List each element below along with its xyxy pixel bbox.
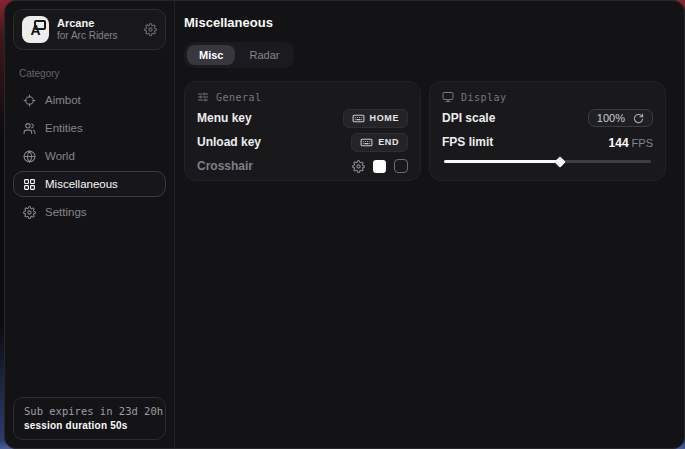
sidebar-spacer <box>13 227 166 397</box>
fps-limit-value-group: 144FPS <box>609 133 653 151</box>
users-icon <box>23 122 36 135</box>
unload-key-row: Unload key END <box>197 133 408 151</box>
unload-key-label: Unload key <box>197 135 261 149</box>
dpi-scale-row: DPI scale 100% <box>442 109 653 127</box>
gear-icon <box>23 206 36 219</box>
keyboard-icon <box>360 136 373 149</box>
general-card: General Menu key HOME Unload key <box>184 81 421 181</box>
session-duration-text: session duration 50s <box>24 420 155 431</box>
app-logo: A <box>22 16 49 43</box>
fps-limit-row: FPS limit 144FPS <box>442 133 653 151</box>
sidebar-item-aimbot[interactable]: Aimbot <box>13 87 166 113</box>
tab-radar[interactable]: Radar <box>237 45 291 65</box>
display-card-title: Display <box>461 92 507 103</box>
logo-letter: A <box>30 22 40 38</box>
unload-key-button[interactable]: END <box>351 133 408 152</box>
fps-limit-unit: FPS <box>632 137 653 149</box>
crosshair-settings-gear-icon[interactable] <box>352 160 365 173</box>
display-card: Display DPI scale 100% FPS limit 144FPS <box>429 81 666 181</box>
tab-misc[interactable]: Misc <box>187 45 235 65</box>
sidebar-item-entities[interactable]: Entities <box>13 115 166 141</box>
app-title: Arcane <box>57 17 136 30</box>
dpi-scale-control[interactable]: 100% <box>588 109 653 127</box>
cards-row: General Menu key HOME Unload key <box>184 81 669 181</box>
fps-slider-fill <box>444 160 560 163</box>
sidebar-item-miscellaneous[interactable]: Miscellaneous <box>13 171 166 197</box>
sidebar-item-label: World <box>45 150 75 162</box>
page-title: Miscellaneous <box>184 15 669 30</box>
sidebar: A Arcane for Arc Riders Category Aimbot … <box>5 1 175 448</box>
subscription-card: Sub expires in 23d 20h session duration … <box>13 397 166 440</box>
crosshair-row: Crosshair <box>197 157 408 175</box>
sliders-icon <box>197 91 209 103</box>
dpi-scale-label: DPI scale <box>442 111 495 125</box>
tab-bar: Misc Radar <box>184 42 294 68</box>
general-card-title: General <box>216 92 262 103</box>
menu-key-label: Menu key <box>197 111 252 125</box>
main-content: Miscellaneous Misc Radar General Menu ke… <box>175 1 684 448</box>
crosshair-controls <box>352 159 408 173</box>
crosshair-label: Crosshair <box>197 159 253 173</box>
sidebar-item-label: Aimbot <box>45 94 81 106</box>
profile-text: Arcane for Arc Riders <box>57 17 136 42</box>
dpi-scale-value: 100% <box>597 112 625 124</box>
general-card-header: General <box>197 91 408 103</box>
profile-card[interactable]: A Arcane for Arc Riders <box>13 9 166 50</box>
sidebar-item-label: Settings <box>45 206 87 218</box>
reset-icon[interactable] <box>633 113 644 124</box>
menu-key-button[interactable]: HOME <box>343 109 408 128</box>
category-label: Category <box>19 68 160 79</box>
keyboard-icon <box>352 112 365 125</box>
grid-icon <box>23 178 36 191</box>
sidebar-item-settings[interactable]: Settings <box>13 199 166 225</box>
crosshair-checkbox[interactable] <box>394 159 408 173</box>
sub-expiry-text: Sub expires in 23d 20h <box>24 405 155 417</box>
unload-key-value: END <box>378 137 399 147</box>
fps-limit-label: FPS limit <box>442 135 493 149</box>
menu-key-row: Menu key HOME <box>197 109 408 127</box>
app-window: A Arcane for Arc Riders Category Aimbot … <box>4 0 685 449</box>
fps-limit-value: 144 <box>609 136 629 150</box>
app-subtitle: for Arc Riders <box>57 30 136 42</box>
sidebar-item-label: Entities <box>45 122 83 134</box>
crosshair-color-swatch[interactable] <box>373 160 386 173</box>
display-card-header: Display <box>442 91 653 103</box>
globe-icon <box>23 150 36 163</box>
crosshair-icon <box>23 94 36 107</box>
profile-gear-icon[interactable] <box>144 23 157 36</box>
monitor-icon <box>442 91 454 103</box>
fps-slider[interactable] <box>442 156 653 166</box>
sidebar-item-label: Miscellaneous <box>45 178 118 190</box>
menu-key-value: HOME <box>370 113 399 123</box>
sidebar-item-world[interactable]: World <box>13 143 166 169</box>
fps-slider-thumb[interactable] <box>554 156 565 167</box>
